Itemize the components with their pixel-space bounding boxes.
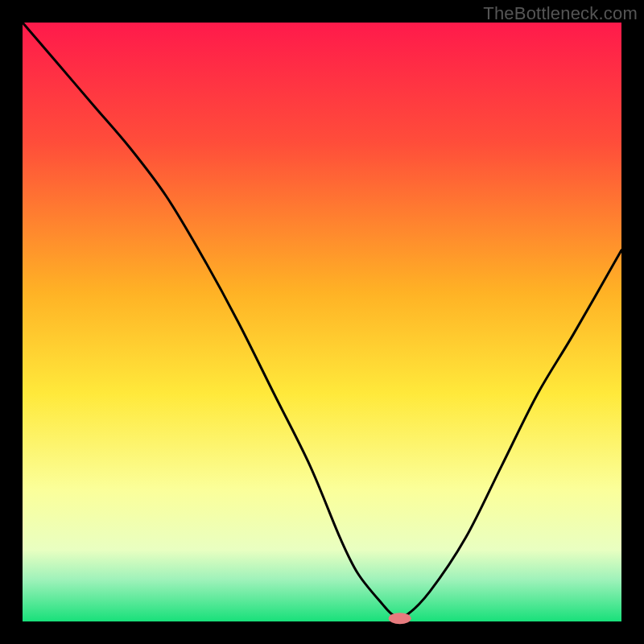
- bottleneck-chart: [0, 0, 644, 644]
- chart-frame: TheBottleneck.com: [0, 0, 644, 644]
- plot-background: [23, 23, 621, 621]
- optimal-marker: [389, 613, 411, 624]
